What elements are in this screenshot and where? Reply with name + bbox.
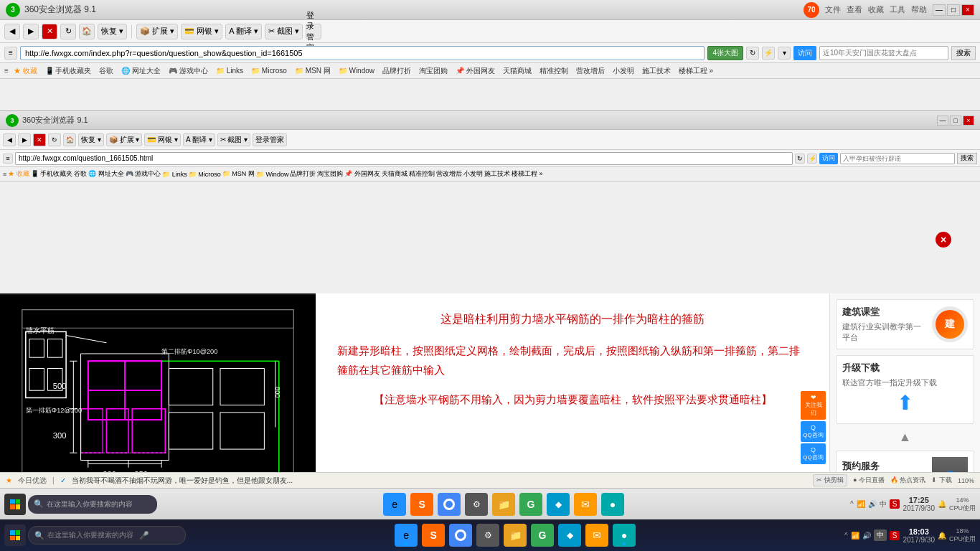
inner-ebank-dropdown[interactable]: 💳 网银 ▾: [144, 133, 181, 146]
stop-button[interactable]: ✕: [42, 24, 57, 39]
outer-live-btn[interactable]: ● 今日直播: [853, 476, 885, 485]
inner-bm-favorites[interactable]: ★ 收藏: [8, 169, 29, 179]
login-btn[interactable]: 登录管家: [306, 24, 321, 39]
inner-tray-volume[interactable]: 🔊: [862, 532, 871, 540]
inner-minimize-btn[interactable]: —: [937, 116, 948, 126]
outer-hot-btn[interactable]: 🔥 热点资讯: [890, 476, 926, 485]
inner-bm-stairs[interactable]: 楼梯工程 »: [512, 169, 543, 179]
inner-lang-btn[interactable]: 中: [874, 529, 887, 541]
back-button[interactable]: ◀: [4, 24, 20, 39]
inner-bm-toggle[interactable]: ≡: [3, 171, 6, 178]
inner-close-button[interactable]: ×: [936, 232, 951, 248]
bm-brand[interactable]: 品牌打折: [380, 65, 414, 77]
bm-links[interactable]: 📁 Links: [213, 66, 246, 75]
inner-tray-up[interactable]: ^: [844, 532, 848, 540]
bm-microso[interactable]: 📁 Microso: [248, 66, 290, 75]
inner-bm-taobao[interactable]: 淘宝团购: [317, 169, 343, 179]
inner-extend-dropdown[interactable]: 📦 扩展 ▾: [106, 133, 143, 146]
sidebar-toggle[interactable]: ≡: [4, 47, 17, 60]
bm-stairs[interactable]: 楼梯工程 »: [676, 65, 716, 77]
inner-screenshot-dropdown[interactable]: ✂ 截图 ▾: [217, 133, 251, 146]
restore-dropdown[interactable]: 恢复 ▾: [98, 24, 127, 39]
extend-dropdown[interactable]: 📦 扩展 ▾: [136, 24, 178, 39]
bm-mobile[interactable]: 📱 手机收藏夹: [42, 65, 95, 77]
minimize-button[interactable]: —: [933, 4, 946, 16]
menu-favorites[interactable]: 收藏: [868, 4, 884, 15]
tray-volume-icon[interactable]: 🔊: [868, 500, 877, 508]
taskapp-chrome[interactable]: [438, 493, 461, 516]
more-btn[interactable]: ▾: [778, 47, 791, 60]
visit-btn[interactable]: 访问: [793, 46, 816, 60]
qq-btn-1[interactable]: Q QQ咨询: [801, 421, 826, 442]
outer-quickcut-btn[interactable]: ✂ 快剪辑: [813, 474, 847, 486]
refresh-button[interactable]: ↻: [60, 24, 76, 39]
inner-taskapp-tool[interactable]: ◆: [558, 524, 581, 547]
inner-search-btn[interactable]: 搜索: [957, 153, 977, 164]
inner-bm-brand[interactable]: 品牌打折: [290, 169, 316, 179]
tray-up-icon[interactable]: ^: [850, 500, 854, 508]
bm-construct[interactable]: 施工技术: [639, 65, 674, 77]
inner-stop-btn[interactable]: ✕: [33, 133, 46, 146]
taskapp-360safe[interactable]: ●: [601, 493, 624, 516]
maximize-button[interactable]: □: [947, 4, 960, 16]
inner-antivirus-icon[interactable]: S: [890, 531, 900, 540]
outer-download-btn[interactable]: ⬇ 下载: [931, 476, 952, 485]
inner-bm-mobile[interactable]: 📱 手机收藏夹: [31, 169, 73, 179]
inner-taskapp-360[interactable]: S: [422, 524, 445, 547]
menu-view[interactable]: 查看: [847, 4, 862, 15]
inner-translate-dropdown[interactable]: A 翻译 ▾: [183, 133, 215, 146]
bm-toggle[interactable]: ≡: [4, 67, 9, 75]
inner-taskapp-g[interactable]: G: [531, 524, 554, 547]
inner-taskapp-chrome[interactable]: [449, 524, 472, 547]
inner-taskapp-360safe[interactable]: ●: [613, 524, 636, 547]
bm-google[interactable]: 谷歌: [96, 65, 116, 77]
inner-bm-links[interactable]: 📁 Links: [162, 171, 187, 178]
ebank-dropdown[interactable]: 💳 网银 ▾: [181, 24, 222, 39]
inner-back-btn[interactable]: ◀: [3, 133, 16, 146]
inner-bm-msn[interactable]: 📁 MSN 网: [222, 169, 255, 179]
outer-start-btn[interactable]: [4, 494, 26, 515]
inner-login-btn[interactable]: 登录管家: [253, 133, 287, 146]
inner-rss-btn[interactable]: ⚡: [807, 154, 817, 164]
big-image-btn[interactable]: 4张大图: [707, 46, 743, 60]
bm-url[interactable]: 🌐 网址大全: [118, 65, 164, 77]
screenshot-dropdown[interactable]: ✂ 截图 ▾: [265, 24, 303, 39]
inner-taskapp-settings[interactable]: ⚙: [476, 524, 499, 547]
outer-today-select[interactable]: 今日优选: [18, 476, 47, 486]
inner-sidebar-toggle[interactable]: ≡: [3, 154, 13, 164]
search-btn-outer[interactable]: 搜索: [951, 46, 976, 60]
inner-taskapp-ie[interactable]: e: [395, 524, 418, 547]
inner-bm-microso[interactable]: 📁 Microso: [189, 171, 221, 178]
bm-msn[interactable]: 📁 MSN 网: [292, 65, 334, 77]
forward-button[interactable]: ▶: [23, 24, 39, 39]
bm-taobao[interactable]: 淘宝团购: [416, 65, 451, 77]
bm-tax[interactable]: 营改增后: [573, 65, 608, 77]
inner-forward-btn[interactable]: ▶: [18, 133, 31, 146]
collapse-btn[interactable]: ▲: [836, 430, 974, 445]
inner-tray-network[interactable]: 📶: [851, 532, 859, 540]
bm-window[interactable]: 📁 Window: [336, 66, 377, 75]
taskapp-settings[interactable]: ⚙: [465, 493, 488, 516]
outer-news-item[interactable]: 当初我哥不喝酒不抽烟不玩网游，唯一爱好是钓鱼，但是他跟女朋友...: [72, 476, 808, 486]
home-button[interactable]: 🏠: [79, 24, 95, 39]
bm-invent[interactable]: 小发明: [610, 65, 637, 77]
close-button[interactable]: ×: [961, 4, 974, 16]
refresh-addr-btn[interactable]: ↻: [746, 47, 759, 60]
inner-visit-btn[interactable]: 访问: [819, 153, 838, 164]
inner-bm-google[interactable]: 谷歌: [74, 169, 87, 179]
taskapp-ie[interactable]: e: [383, 493, 406, 516]
taskapp-folder[interactable]: 📁: [492, 493, 515, 516]
inner-search-input[interactable]: [840, 153, 955, 164]
inner-bm-tax[interactable]: 营改增后: [436, 169, 462, 179]
inner-bm-tmall[interactable]: 天猫商城: [382, 169, 407, 179]
inner-home-btn[interactable]: 🏠: [63, 133, 76, 146]
inner-refresh-addr-btn[interactable]: ↻: [795, 154, 805, 164]
address-input[interactable]: [20, 46, 705, 60]
inner-taskapp-mail[interactable]: ✉: [585, 524, 608, 547]
search-input-outer[interactable]: [819, 46, 948, 60]
qq-btn-2[interactable]: Q QQ咨询: [801, 443, 826, 464]
taskapp-360[interactable]: S: [410, 493, 433, 516]
rss-btn[interactable]: ⚡: [762, 47, 775, 60]
follow-btn[interactable]: ❤ 关注我们: [801, 391, 826, 420]
inner-bm-foreign[interactable]: 📌 外国网友: [344, 169, 380, 179]
